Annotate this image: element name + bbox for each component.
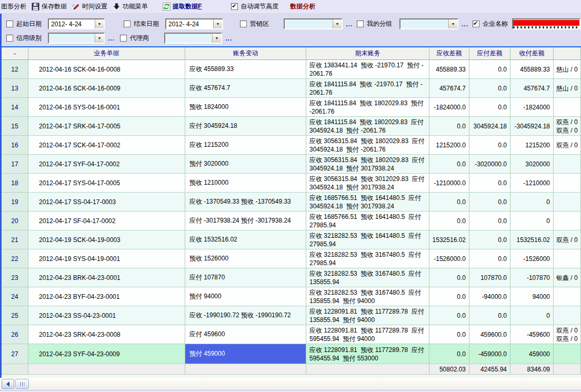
row-number-cell[interactable]: 12: [2, 60, 28, 79]
net-diff-cell[interactable]: -1526000: [510, 249, 554, 268]
ending-balance-cell[interactable]: 应收 3218282.53 预收 3167480.5 应付 27985.94: [306, 249, 429, 268]
chevron-down-icon[interactable]: ▼: [333, 19, 342, 28]
row-number-cell[interactable]: 26: [2, 325, 28, 344]
ar-diff-cell[interactable]: 0.0: [429, 268, 469, 287]
document-cell[interactable]: 2012-04-23 BRK-04-23-0001: [28, 268, 185, 287]
ar-diff-cell[interactable]: 0.0: [429, 344, 469, 364]
data-analysis-button[interactable]: 数据分析: [290, 2, 315, 11]
table-row[interactable]: 142012-04-16 SYS-04-16-0001预收 1824000应收 …: [2, 98, 581, 117]
row-number-cell[interactable]: 17: [2, 155, 28, 174]
document-cell[interactable]: 2012-04-17 SCK-04-17-0002: [28, 136, 185, 155]
document-cell[interactable]: 2012-04-19 SYS-04-19-0001: [28, 249, 185, 268]
document-cell[interactable]: 2012-04-16 SCK-04-16-0008: [28, 60, 185, 79]
document-cell[interactable]: 2012-04-19 SCK-04-19-0003: [28, 230, 185, 249]
enterprise-cell[interactable]: 慈山 / 0: [554, 60, 581, 79]
ar-diff-cell[interactable]: 0.0: [429, 306, 469, 325]
change-cell[interactable]: 预收 1210000: [185, 174, 306, 193]
table-row[interactable]: 192012-04-17 SS-04-17-0003应收 -1370549.33…: [2, 193, 581, 212]
net-diff-cell[interactable]: 0: [510, 306, 554, 325]
ar-diff-cell[interactable]: 0.0: [429, 193, 469, 212]
row-number-cell[interactable]: 24: [2, 287, 28, 306]
change-cell[interactable]: 应收 457674.7: [185, 79, 306, 98]
enterprise-cell[interactable]: 银鑫 / 0: [554, 268, 581, 287]
credit-more-button[interactable]: ...: [108, 35, 115, 42]
change-cell[interactable]: 预收 1824000: [185, 98, 306, 117]
ap-diff-cell[interactable]: 0.0: [469, 249, 510, 268]
row-number-cell[interactable]: 14: [2, 98, 28, 117]
ar-diff-cell[interactable]: -1210000.0: [429, 174, 469, 193]
ap-diff-cell[interactable]: 0.0: [469, 306, 510, 325]
ending-balance-cell[interactable]: 应收 1685766.51 预收 1641480.5 应付 27985.94: [306, 212, 429, 230]
change-cell[interactable]: 应收 -1990190.72 预收 -1990190.72: [185, 306, 306, 325]
ap-diff-cell[interactable]: 459600.0: [469, 325, 510, 344]
row-number-cell[interactable]: 21: [2, 230, 28, 249]
ending-balance-cell[interactable]: 应收 1841115.84 预收 1802029.83 预付 -2061.76: [306, 98, 429, 117]
table-row[interactable]: 262012-04-23 SRK-04-23-0008应付 459600应收 1…: [2, 325, 581, 344]
ending-balance-cell[interactable]: 应收 3218282.53 预收 3167480.5 应付 135855.94 …: [306, 287, 429, 306]
enterprise-cell[interactable]: [554, 174, 581, 193]
net-diff-cell[interactable]: -3045924.18: [510, 117, 554, 136]
enterprise-cell[interactable]: [554, 98, 581, 117]
row-number-cell[interactable]: 16: [2, 136, 28, 155]
ending-balance-cell[interactable]: 应收 3056315.84 预收 1802029.83 应付 3045924.1…: [306, 136, 429, 155]
col-header-ap-diff[interactable]: 应付差额: [469, 47, 510, 60]
document-cell[interactable]: 2012-04-17 SF-04-17-0002: [28, 212, 185, 230]
ar-diff-cell[interactable]: 455889.33: [429, 60, 469, 79]
row-number-cell[interactable]: 15: [2, 117, 28, 136]
row-number-cell[interactable]: 19: [2, 193, 28, 212]
ending-balance-cell[interactable]: 应收 3056315.84 预收 1802029.83 应付 3045924.1…: [306, 155, 429, 174]
function-menu-button[interactable]: 功能菜单: [113, 2, 148, 11]
net-diff-cell[interactable]: -1210000: [510, 174, 554, 193]
enterprise-cell[interactable]: 慈山 / 0: [554, 79, 581, 98]
end-date-select[interactable]: 2012- 4-24 ▼: [165, 18, 223, 29]
ending-balance-cell[interactable]: 应收 1383441.14 预收 -21970.17 预付 -2061.76: [306, 60, 429, 79]
document-cell[interactable]: 2012-04-23 SRK-04-23-0008: [28, 325, 185, 344]
table-row[interactable]: 132012-04-16 SCK-04-16-0009应收 457674.7应收…: [2, 79, 581, 98]
enterprise-cell[interactable]: [554, 155, 581, 174]
extract-data-button[interactable]: 提取数据F: [163, 2, 202, 11]
ar-diff-cell[interactable]: 1532516.02: [429, 230, 469, 249]
row-number-cell[interactable]: 27: [2, 344, 28, 364]
net-diff-cell[interactable]: 1215200: [510, 136, 554, 155]
auto-height-checkbox[interactable]: [231, 3, 238, 10]
net-diff-cell[interactable]: 94000: [510, 287, 554, 306]
document-cell[interactable]: 2012-04-17 SYF-04-17-0002: [28, 155, 185, 174]
time-settings-button[interactable]: 时间设置: [72, 2, 107, 11]
my-group-checkbox[interactable]: [357, 21, 364, 27]
document-cell[interactable]: 2012-04-23 SS-04-23-0001: [28, 306, 185, 325]
agent-checkbox[interactable]: [120, 35, 127, 42]
col-header-enterprise[interactable]: [554, 47, 581, 60]
chevron-down-icon[interactable]: ▼: [213, 19, 222, 28]
document-cell[interactable]: 2012-04-17 SS-04-17-0003: [28, 193, 185, 212]
table-row[interactable]: 182012-04-17 SYS-04-17-0005预收 1210000应收 …: [2, 174, 581, 193]
enterprise-cell[interactable]: [554, 287, 581, 306]
col-header-net-diff[interactable]: 收付差额: [510, 47, 554, 60]
document-cell[interactable]: 2012-04-23 SYF-04-23-0009: [28, 344, 185, 364]
change-cell[interactable]: 应付 459600: [185, 325, 306, 344]
ending-balance-cell[interactable]: 应收 1228091.81 预收 1177289.78 应付 135855.94…: [306, 306, 429, 325]
net-diff-cell[interactable]: 455889.33: [510, 60, 554, 79]
table-row[interactable]: 242012-04-23 BYF-04-23-0001预付 94000应收 32…: [2, 287, 581, 306]
table-row[interactable]: 162012-04-17 SCK-04-17-0002应收 1215200应收 …: [2, 136, 581, 155]
chevron-down-icon[interactable]: ▼: [448, 19, 457, 28]
graph-analysis-button[interactable]: 图形分析: [1, 2, 26, 11]
ar-diff-cell[interactable]: 0.0: [429, 212, 469, 230]
change-cell[interactable]: 应收 455889.33: [185, 60, 306, 79]
start-date-select[interactable]: 2012- 4-24 ▼: [48, 18, 105, 29]
ap-diff-cell[interactable]: -459000.0: [469, 344, 510, 364]
document-cell[interactable]: 2012-04-17 SRK-04-17-0005: [28, 117, 185, 136]
ar-diff-cell[interactable]: 1215200.0: [429, 136, 469, 155]
end-date-checkbox[interactable]: [124, 21, 131, 27]
net-diff-cell[interactable]: -459600: [510, 325, 554, 344]
table-row[interactable]: 152012-04-17 SRK-04-17-0005应付 3045924.18…: [2, 117, 581, 136]
row-number-cell[interactable]: 25: [2, 306, 28, 325]
ap-diff-cell[interactable]: 0.0: [469, 60, 510, 79]
agent-select[interactable]: ▼: [164, 33, 222, 44]
region-more-button[interactable]: ...: [346, 21, 353, 28]
change-cell[interactable]: 预收 1526000: [185, 249, 306, 268]
ar-diff-cell[interactable]: -1824000.0: [429, 98, 469, 117]
chevron-down-icon[interactable]: ▼: [212, 34, 221, 43]
ap-diff-cell[interactable]: 0.0: [469, 230, 510, 249]
net-diff-cell[interactable]: 3020000: [510, 155, 554, 174]
ending-balance-cell[interactable]: 应收 1685766.51 预收 1641480.5 应付 3045924.18…: [306, 193, 429, 212]
